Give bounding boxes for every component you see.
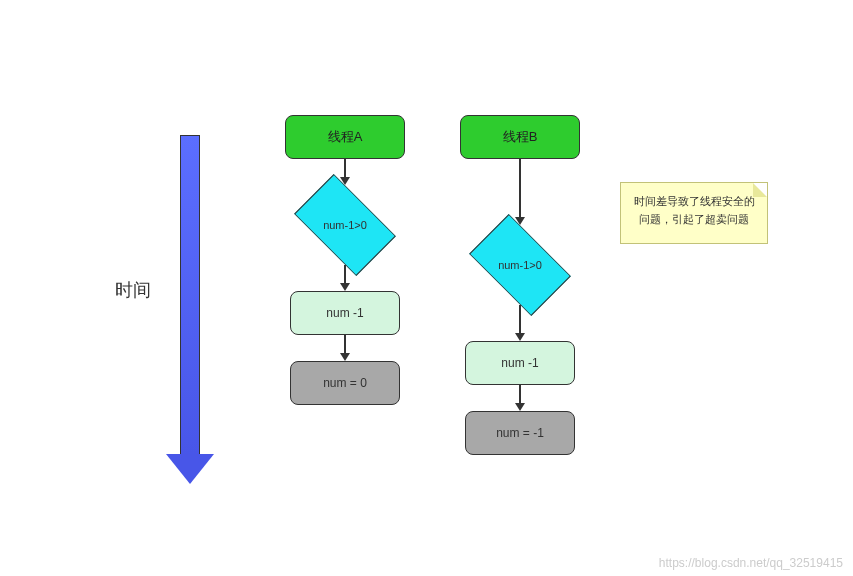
thread-b-decision-text: num-1>0 bbox=[498, 259, 542, 271]
thread-b-process-text: num -1 bbox=[501, 356, 538, 370]
thread-b-result: num = -1 bbox=[465, 411, 575, 455]
thread-a-process-text: num -1 bbox=[326, 306, 363, 320]
arrow-down-icon bbox=[340, 353, 350, 361]
note-line2: 问题，引起了超卖问题 bbox=[639, 213, 749, 225]
thread-b-result-text: num = -1 bbox=[496, 426, 544, 440]
arrow-down-icon bbox=[515, 333, 525, 341]
thread-a-result-text: num = 0 bbox=[323, 376, 367, 390]
thread-a-column: 线程A num-1>0 num -1 num = 0 bbox=[285, 115, 405, 405]
annotation-note: 时间差导致了线程安全的 问题，引起了超卖问题 bbox=[620, 182, 768, 244]
fold-corner-icon bbox=[753, 183, 767, 197]
connector bbox=[285, 159, 405, 185]
thread-b-title: 线程B bbox=[503, 128, 538, 146]
time-arrow bbox=[180, 135, 214, 484]
thread-a-process: num -1 bbox=[290, 291, 400, 335]
thread-b-decision: num-1>0 bbox=[460, 225, 580, 305]
watermark: https://blog.csdn.net/qq_32519415 bbox=[659, 556, 843, 570]
connector bbox=[460, 305, 580, 341]
thread-a-result: num = 0 bbox=[290, 361, 400, 405]
thread-a-decision: num-1>0 bbox=[285, 185, 405, 265]
arrow-down-icon bbox=[340, 283, 350, 291]
thread-b-column: 线程B num-1>0 num -1 num = -1 bbox=[460, 115, 580, 455]
connector bbox=[285, 335, 405, 361]
thread-a-start: 线程A bbox=[285, 115, 405, 159]
arrow-down-icon bbox=[515, 403, 525, 411]
connector bbox=[285, 265, 405, 291]
arrow-body bbox=[180, 135, 200, 455]
thread-b-process: num -1 bbox=[465, 341, 575, 385]
connector bbox=[460, 385, 580, 411]
note-line1: 时间差导致了线程安全的 bbox=[634, 195, 755, 207]
time-label: 时间 bbox=[115, 278, 151, 302]
thread-b-start: 线程B bbox=[460, 115, 580, 159]
connector bbox=[460, 159, 580, 225]
thread-a-decision-text: num-1>0 bbox=[323, 219, 367, 231]
arrow-head-icon bbox=[166, 454, 214, 484]
diagram-canvas: 时间 线程A num-1>0 num -1 num = 0 bbox=[0, 0, 853, 576]
thread-a-title: 线程A bbox=[328, 128, 363, 146]
